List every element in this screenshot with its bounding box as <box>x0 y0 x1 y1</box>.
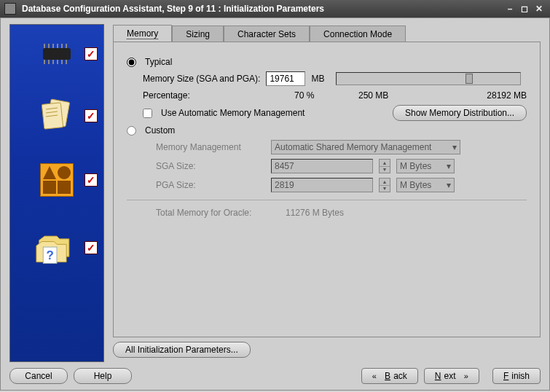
maximize-button[interactable]: ◻ <box>518 3 531 15</box>
wizard-footer: Cancel Help « Back Next » Finish <box>9 362 541 385</box>
tab-memory[interactable]: Memory <box>113 25 172 42</box>
chip-icon <box>35 34 79 74</box>
checkbox-use-amm[interactable] <box>143 109 152 118</box>
pga-size-input: 2819 <box>271 178 373 192</box>
pga-spinner: ▲▼ <box>379 178 390 192</box>
chevron-right-icon: » <box>464 372 468 380</box>
back-button[interactable]: « Back <box>361 368 418 384</box>
pga-size-label: PGA Size: <box>156 180 265 190</box>
finish-button[interactable]: Finish <box>492 368 541 384</box>
memory-size-slider[interactable] <box>336 72 521 85</box>
percentage-value: 70 % <box>294 90 353 101</box>
radio-typical[interactable] <box>127 58 136 67</box>
slider-thumb[interactable] <box>465 74 473 84</box>
sga-size-input: 8457 <box>271 159 373 173</box>
tab-strip: Memory Sizing Character Sets Connection … <box>113 24 541 42</box>
tab-character-sets[interactable]: Character Sets <box>224 26 310 42</box>
folders-question-icon: ? <box>35 227 79 268</box>
use-amm-label: Use Automatic Memory Management <box>161 108 305 118</box>
sga-spinner: ▲▼ <box>379 159 390 173</box>
next-button[interactable]: Next » <box>424 368 479 384</box>
step-checked-icon <box>85 109 98 122</box>
range-high: 28192 MB <box>487 90 527 101</box>
step-checked-icon <box>85 173 98 187</box>
percentage-label: Percentage: <box>143 90 288 101</box>
memory-management-label: Memory Management <box>156 142 265 152</box>
tab-connection-mode[interactable]: Connection Mode <box>310 26 406 42</box>
help-button[interactable]: Help <box>74 368 132 384</box>
memory-size-input[interactable] <box>266 71 305 86</box>
app-icon <box>4 3 16 15</box>
tab-sizing[interactable]: Sizing <box>172 26 224 42</box>
chevron-down-icon: ▾ <box>452 142 457 152</box>
cancel-button[interactable]: Cancel <box>9 368 68 384</box>
total-memory-label: Total Memory for Oracle: <box>156 208 280 218</box>
step-4: ? <box>13 219 101 277</box>
memory-size-unit: MB <box>311 74 324 84</box>
step-checked-icon <box>85 241 98 254</box>
chevron-down-icon: ▾ <box>447 180 451 190</box>
show-memory-distribution-button[interactable]: Show Memory Distribution... <box>393 105 527 121</box>
radio-custom[interactable] <box>127 126 136 136</box>
memory-management-select: Automatic Shared Memory Management ▾ <box>271 140 460 154</box>
chevron-down-icon: ▾ <box>447 161 451 171</box>
all-init-params-button[interactable]: All Initialization Parameters... <box>113 342 251 358</box>
step-2 <box>13 90 101 141</box>
svg-rect-0 <box>43 48 71 60</box>
step-1 <box>13 31 101 77</box>
chevron-left-icon: « <box>372 372 377 380</box>
sga-units-select: M Bytes▾ <box>396 159 455 173</box>
range-low: 250 MB <box>358 90 431 101</box>
pga-units-select: M Bytes▾ <box>396 178 455 192</box>
svg-text:?: ? <box>46 248 53 262</box>
window-title: Database Configuration Assistant, Step 9… <box>22 4 502 14</box>
custom-label: Custom <box>145 125 175 136</box>
step-3 <box>13 154 101 205</box>
documents-icon <box>35 95 79 136</box>
sga-size-label: SGA Size: <box>156 161 265 171</box>
memory-size-label: Memory Size (SGA and PGA): <box>143 74 260 84</box>
shapes-icon <box>35 160 79 200</box>
memory-panel: Typical Memory Size (SGA and PGA): MB Pe… <box>113 42 541 337</box>
step-checked-icon <box>85 47 98 60</box>
typical-label: Typical <box>145 57 172 67</box>
total-memory-value: 11276 M Bytes <box>286 208 344 218</box>
close-button[interactable]: ✕ <box>533 3 546 15</box>
wizard-step-sidebar: ? <box>9 24 104 362</box>
minimize-button[interactable]: – <box>503 3 516 15</box>
